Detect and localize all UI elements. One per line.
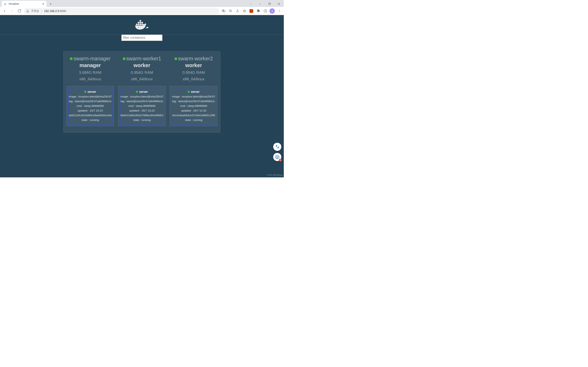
- container-card[interactable]: server image : busybox:latest@sha256:67 …: [170, 86, 217, 126]
- container-state: state : running: [185, 118, 203, 122]
- container-updated: updated : 25/7 15:23: [78, 109, 103, 112]
- extension-1-icon[interactable]: [248, 8, 254, 14]
- svg-rect-15: [138, 22, 139, 23]
- tab-strip: Visualizer ✕ +: [0, 0, 284, 7]
- status-dot-icon: [70, 57, 73, 60]
- container-cmd: cmd : sleep,99999999: [77, 104, 104, 108]
- tab-favicon-icon: [4, 2, 7, 6]
- forward-button[interactable]: [9, 8, 15, 14]
- status-dot-icon: [188, 91, 190, 93]
- container-id: afa512efce5c5d80ce9ae6392e1efe: [69, 114, 112, 117]
- svg-rect-16: [140, 22, 141, 23]
- node-ram: 3.686G RAM: [79, 70, 102, 75]
- container-tag: tag : latest@sha256:67a8ef886e2ca: [121, 100, 163, 103]
- svg-point-19: [138, 27, 139, 28]
- browser-chrome: Visualizer ✕ + 不安全 | 192.168.2.5:8080: [0, 0, 284, 15]
- container-cmd: cmd : sleep,99999999: [180, 104, 207, 108]
- support-float-button[interactable]: 8: [273, 153, 281, 161]
- svg-point-22: [278, 157, 278, 157]
- translate-float-button[interactable]: [273, 143, 281, 151]
- container-state: state : running: [133, 118, 151, 122]
- node-name: swarm-worker2: [178, 56, 213, 62]
- maximize-button[interactable]: [265, 1, 274, 7]
- side-panel-icon[interactable]: [262, 8, 268, 14]
- tab-title: Visualizer: [9, 2, 19, 5]
- container-cmd: cmd : sleep,99999999: [129, 104, 156, 108]
- security-label: 不安全: [31, 9, 39, 13]
- svg-rect-2: [269, 3, 270, 5]
- node-ram: 0.954G RAM: [131, 70, 153, 75]
- svg-rect-5: [223, 10, 225, 12]
- node-role: worker: [185, 62, 202, 68]
- profile-avatar[interactable]: J: [269, 8, 275, 14]
- share-icon[interactable]: [234, 8, 241, 14]
- menu-icon[interactable]: [276, 8, 282, 14]
- insecure-icon: [26, 9, 29, 12]
- status-dot-icon: [123, 57, 126, 60]
- minimize-button[interactable]: [256, 1, 265, 7]
- container-updated: updated : 25/7 12:33: [181, 109, 206, 112]
- container-id: 9dd412a60c601b7696ec84c89061f: [121, 114, 163, 117]
- node-name: swarm-worker1: [126, 56, 161, 62]
- svg-rect-14: [141, 24, 143, 25]
- svg-rect-12: [138, 24, 139, 25]
- svg-point-8: [279, 9, 279, 10]
- container-updated: updated : 25/7 15:23: [129, 109, 155, 112]
- toolbar-actions: J: [221, 8, 282, 14]
- node-swarm-manager: swarm-manager manager 3.686G RAM x86_64/…: [66, 56, 114, 126]
- cluster-panel: swarm-manager manager 3.686G RAM x86_64/…: [63, 51, 220, 133]
- status-dot-icon: [174, 57, 177, 60]
- svg-rect-17: [141, 22, 143, 23]
- status-dot-icon: [136, 91, 138, 93]
- container-title: server: [191, 90, 199, 93]
- notification-badge: 8: [279, 159, 282, 161]
- browser-toolbar: 不安全 | 192.168.2.5:8080 J: [0, 7, 284, 15]
- tab-search-button[interactable]: [246, 1, 255, 7]
- new-tab-button[interactable]: +: [48, 1, 53, 7]
- watermark: CSDN @征服bug: [267, 174, 283, 176]
- container-state: state : running: [81, 118, 99, 122]
- container-image: image : busybox:latest@sha256:67: [121, 95, 163, 98]
- svg-point-9: [279, 11, 279, 11]
- node-ram: 0.954G RAM: [182, 70, 205, 75]
- filter-input[interactable]: [121, 35, 162, 41]
- url-text: 192.168.2.5:8080: [44, 9, 66, 13]
- container-title: server: [139, 90, 148, 93]
- node-role: worker: [134, 62, 150, 68]
- svg-point-10: [279, 12, 279, 12]
- close-window-button[interactable]: [274, 1, 283, 7]
- bookmark-icon[interactable]: [241, 8, 247, 14]
- container-id: 0e14c9aeb63ce37c94c0d8b511f8f0: [172, 114, 215, 117]
- svg-rect-0: [259, 4, 261, 4]
- svg-rect-18: [140, 20, 141, 21]
- page-content: swarm-manager manager 3.686G RAM x86_64/…: [0, 15, 284, 177]
- node-arch: x86_64/linux: [79, 77, 101, 81]
- address-bar[interactable]: 不安全 | 192.168.2.5:8080: [24, 8, 219, 14]
- svg-rect-7: [264, 10, 267, 12]
- close-icon[interactable]: ✕: [42, 2, 44, 6]
- status-dot-icon: [84, 91, 86, 93]
- browser-tab[interactable]: Visualizer ✕: [2, 1, 47, 7]
- container-image: image : busybox:latest@sha256:67: [172, 95, 215, 98]
- back-button[interactable]: [2, 8, 8, 14]
- svg-point-21: [277, 157, 277, 157]
- translate-icon[interactable]: [221, 8, 227, 14]
- zoom-icon[interactable]: [227, 8, 233, 14]
- logo-area: [0, 15, 284, 31]
- filter-row: [0, 35, 284, 41]
- node-arch: x86_64/linux: [183, 77, 205, 81]
- reload-button[interactable]: [16, 8, 22, 14]
- node-name: swarm-manager: [73, 56, 111, 62]
- container-title: server: [87, 90, 96, 93]
- node-swarm-worker2: swarm-worker2 worker 0.954G RAM x86_64/l…: [169, 56, 218, 126]
- floating-buttons: 8: [273, 143, 281, 161]
- window-controls: [246, 1, 284, 7]
- container-tag: tag : latest@sha256:67a8ef886e2ca: [172, 100, 215, 103]
- node-swarm-worker1: swarm-worker1 worker 0.954G RAM x86_64/l…: [117, 56, 166, 126]
- container-card[interactable]: server image : busybox:latest@sha256:67 …: [66, 86, 114, 126]
- svg-rect-11: [136, 24, 137, 25]
- extensions-icon[interactable]: [255, 8, 261, 14]
- container-image: image : busybox:latest@sha256:67: [69, 95, 112, 98]
- node-arch: x86_64/linux: [131, 77, 153, 81]
- container-card[interactable]: server image : busybox:latest@sha256:67 …: [118, 86, 166, 126]
